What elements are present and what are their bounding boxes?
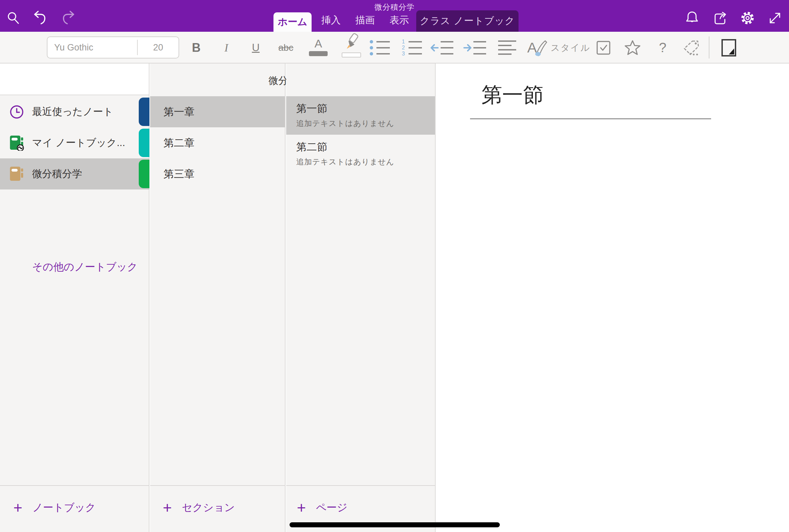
bold-button[interactable]: B xyxy=(185,32,208,63)
plus-icon: + xyxy=(13,501,22,514)
add-page-button[interactable]: + ページ xyxy=(297,500,347,515)
question-tag-icon[interactable]: ? xyxy=(651,32,674,63)
sidebar-add-bar: + ノートブック xyxy=(0,485,149,532)
page-canvas[interactable]: 第一節 xyxy=(436,63,789,532)
clock-icon xyxy=(10,104,24,119)
share-icon[interactable] xyxy=(712,10,728,26)
highlighter-icon[interactable] xyxy=(339,32,363,63)
font-color-icon[interactable]: A xyxy=(306,32,330,63)
font-name-value[interactable]: Yu Gothic xyxy=(48,42,137,53)
add-section-button[interactable]: + セクション xyxy=(163,500,235,515)
tab-view[interactable]: 表示 xyxy=(390,14,409,27)
notebook-color-tab-green xyxy=(139,160,149,188)
pages-panel: 第一節 追加テキストはありません 第二節 追加テキストはありません + ページ xyxy=(286,63,436,532)
todo-tag-icon[interactable] xyxy=(592,32,615,63)
sidebar-item-my-notebook[interactable]: マイ ノートブック... xyxy=(0,127,149,158)
sections-panel: 第一章 第二章 第三章 + セクション xyxy=(150,63,285,532)
gear-icon[interactable] xyxy=(739,10,755,26)
notebook-color-tab-teal xyxy=(139,129,149,157)
italic-button[interactable]: I xyxy=(214,32,238,63)
sidebar-item-recent-notes[interactable]: 最近使ったノート xyxy=(0,96,149,127)
notebook-color-tab-blue xyxy=(139,98,149,126)
plus-icon: + xyxy=(163,501,172,514)
add-notebook-button[interactable]: + ノートブック xyxy=(13,500,96,515)
notebook-tan-icon xyxy=(10,166,24,182)
top-app-bar: 微分積分学 ホーム 挿入 描画 表示 クラス ノートブック xyxy=(0,0,789,32)
window-title: 微分積分学 xyxy=(0,2,789,12)
notebooks-panel-header xyxy=(0,63,149,95)
section-item-3[interactable]: 第三章 xyxy=(150,158,285,189)
tab-home[interactable]: ホーム xyxy=(274,12,312,32)
important-tag-icon[interactable] xyxy=(621,32,644,63)
page-title[interactable]: 第一節 xyxy=(482,81,544,109)
plus-icon: + xyxy=(297,501,306,514)
notebooks-panel: 最近使ったノート マイ ノートブック... 微分積分学 xyxy=(0,63,149,532)
sidebar-item-calculus[interactable]: 微分積分学 xyxy=(0,158,149,189)
section-item-2[interactable]: 第二章 xyxy=(150,127,285,158)
numbered-list-icon[interactable]: 123 xyxy=(401,39,426,56)
tab-insert[interactable]: 挿入 xyxy=(321,14,341,27)
svg-text:3: 3 xyxy=(402,51,405,56)
full-page-view-icon[interactable] xyxy=(717,32,740,63)
sections-add-bar: + セクション xyxy=(150,485,285,532)
styles-label: スタイル xyxy=(551,42,590,54)
styles-button[interactable]: A スタイル xyxy=(527,32,590,63)
alignment-icon[interactable] xyxy=(495,39,520,56)
tab-class-notebook[interactable]: クラス ノートブック xyxy=(416,11,519,32)
underline-button[interactable]: U xyxy=(244,32,267,63)
expand-icon[interactable] xyxy=(767,10,783,26)
svg-text:2: 2 xyxy=(402,45,405,51)
format-toolbar: Yu Gothic 20 B I U abc A 123 xyxy=(0,32,789,63)
section-item-1[interactable]: 第一章 xyxy=(150,96,285,127)
page-item-1[interactable]: 第一節 追加テキストはありません xyxy=(286,96,435,135)
svg-text:1: 1 xyxy=(402,39,405,44)
bell-icon[interactable] xyxy=(684,10,700,26)
indent-icon[interactable] xyxy=(463,39,487,56)
font-size-value[interactable]: 20 xyxy=(138,42,179,53)
undo-icon[interactable] xyxy=(33,10,49,26)
toolbar-divider xyxy=(709,36,710,58)
notebook-green-icon xyxy=(10,135,24,151)
strikethrough-button[interactable]: abc xyxy=(273,32,299,63)
more-notebooks-link[interactable]: その他のノートブック xyxy=(32,260,138,274)
tab-draw[interactable]: 描画 xyxy=(355,14,375,27)
outdent-icon[interactable] xyxy=(430,39,455,56)
page-title-rule xyxy=(470,118,711,119)
search-icon[interactable] xyxy=(5,10,21,26)
redo-icon[interactable] xyxy=(59,10,76,26)
home-indicator[interactable] xyxy=(289,522,500,527)
font-selector[interactable]: Yu Gothic 20 xyxy=(47,36,179,58)
bullet-list-icon[interactable] xyxy=(369,39,394,56)
page-item-2[interactable]: 第二節 追加テキストはありません xyxy=(286,135,435,173)
tag-icon[interactable] xyxy=(680,32,703,63)
